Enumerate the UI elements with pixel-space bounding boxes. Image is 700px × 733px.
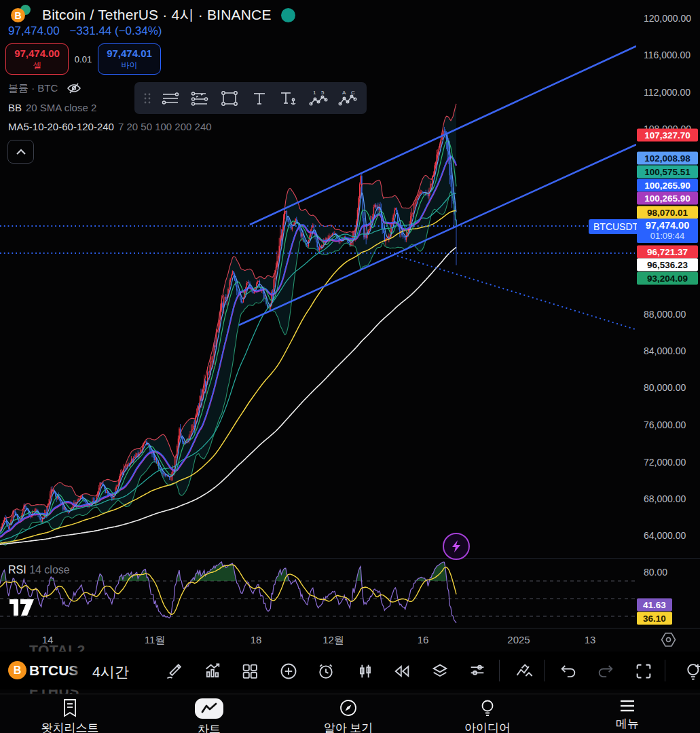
menu-hamburger-icon	[619, 698, 636, 713]
time-axis-label: 13	[585, 634, 596, 645]
rsi-detail: 14 close	[29, 564, 70, 576]
undo-icon[interactable]	[559, 662, 578, 681]
time-axis-label: 11월	[145, 634, 166, 647]
pair-icon: B	[10, 4, 37, 26]
trading-app-screen: B Bitcoin / TetherUS · 4시 · BINANCE 97,4…	[0, 0, 700, 733]
market-status-dot	[281, 8, 295, 22]
price-level-tag: 100,265.90	[637, 179, 698, 192]
drag-handle-icon[interactable]	[139, 85, 155, 112]
axis-tick: 116,000.00	[644, 50, 690, 60]
sell-button[interactable]: 97,474.00 셀	[5, 43, 69, 75]
rectangle-tool-icon[interactable]	[215, 85, 244, 112]
legend-bb-title: BB	[8, 102, 22, 113]
legend-ma-title: MA5-10-20-60-120-240	[8, 121, 114, 132]
price-level-tag: 96,721.37	[637, 246, 698, 259]
tradingview-logo	[10, 599, 34, 617]
spread-value: 0.01	[69, 54, 98, 64]
price-change: −331.44 (−0.34%)	[69, 24, 162, 37]
rsi-title: RSI	[8, 564, 26, 576]
pane-separator[interactable]	[0, 558, 700, 559]
price-level-tag: 96,536.23	[637, 259, 698, 271]
quick-trade-lightning-button[interactable]	[443, 533, 470, 560]
nav-item-watchlist[interactable]: 왓치리스트	[22, 698, 117, 733]
rsi-legend[interactable]: RSI 14 close	[8, 564, 70, 576]
text-tool-icon[interactable]	[244, 85, 274, 112]
axis-settings-hexagon-icon[interactable]	[659, 631, 678, 649]
legend-ma-detail: 7 20 50 100 200 240	[118, 121, 212, 132]
legend-ma-row[interactable]: MA5-10-20-60-120-240 7 20 50 100 200 240	[8, 121, 212, 132]
replay-rewind-icon[interactable]	[392, 662, 411, 681]
symbol-header[interactable]: B Bitcoin / TetherUS · 4시 · BINANCE	[10, 4, 295, 26]
chart-symbol-label: BTCUSDT	[589, 219, 643, 234]
time-axis-label: 16	[418, 634, 429, 645]
redo-icon[interactable]	[596, 662, 615, 681]
chart-toolbar: B BTCUS 4시간	[0, 652, 700, 690]
bar-style-icon[interactable]	[356, 662, 375, 681]
svg-text:A: A	[342, 90, 346, 96]
time-axis[interactable]: 1411월1812월16202513	[0, 628, 700, 652]
price-level-tag: 102,008.98	[637, 152, 698, 165]
trade-buttons: 97,474.00 셀 0.01 97,474.01 바이	[5, 43, 161, 75]
legend-volume-title: 볼륨 · BTC	[8, 82, 58, 95]
nav-item-menu[interactable]: 메뉴	[580, 698, 675, 732]
indicators-icon[interactable]	[203, 662, 222, 681]
btc-logo-icon[interactable]: B	[8, 661, 26, 679]
axis-tick: 64,000.00	[644, 530, 686, 541]
symbol-title[interactable]: Bitcoin / TetherUS · 4시 · BINANCE	[42, 5, 272, 24]
trend-line-tool-icon[interactable]	[185, 85, 215, 112]
nav-label: 아이디어	[464, 720, 511, 733]
nav-label: 알아 보기	[324, 720, 373, 733]
nav-label: 메뉴	[616, 716, 639, 732]
nav-item-ideas[interactable]: 아이디어	[440, 698, 535, 733]
axis-tick: 68,000.00	[644, 493, 686, 504]
lightbulb-icon	[478, 698, 497, 717]
settings-sliders-icon[interactable]	[468, 662, 487, 681]
rsi-pane-chart[interactable]	[0, 558, 636, 628]
sell-label: 셀	[33, 60, 41, 71]
anchored-text-tool-icon[interactable]	[274, 85, 303, 112]
price-level-tag: 100,265.90	[637, 192, 698, 205]
price-row: 97,474.00 −331.44 (−0.34%)	[8, 24, 162, 38]
layout-grid-icon[interactable]	[240, 662, 259, 681]
alert-clock-icon[interactable]	[316, 662, 335, 681]
drawing-toolbar[interactable]: 1 5 A C	[134, 82, 367, 114]
current-price-tag: 97,474.00 01:09:44	[637, 219, 698, 243]
buy-button[interactable]: 97,474.01 바이	[98, 43, 161, 75]
interval-button[interactable]: 4시간	[92, 662, 129, 681]
watchlist-icon	[61, 698, 79, 717]
price-level-tag: 93,204.09	[637, 272, 698, 285]
toolbar-symbol-button[interactable]: BTCUS	[29, 662, 86, 679]
toolbar-separator	[499, 660, 500, 681]
publish-idea-bulb-icon[interactable]	[684, 662, 700, 681]
nav-item-explore[interactable]: 알아 보기	[301, 698, 396, 733]
layers-object-tree-icon[interactable]	[430, 662, 449, 681]
time-axis-label: 2025	[507, 634, 530, 645]
draw-pencil-icon[interactable]	[165, 662, 184, 681]
toolbar-separator	[665, 660, 665, 681]
price-level-tag: 107,327.70	[637, 129, 698, 142]
lightning-icon	[451, 540, 462, 553]
legend-bb-row[interactable]: BB 20 SMA close 2	[8, 102, 96, 113]
pattern-zigzag-icon[interactable]	[515, 662, 534, 681]
abc-pattern-tool-icon[interactable]: A C	[333, 85, 363, 112]
fullscreen-icon[interactable]	[634, 662, 653, 681]
axis-tick: 112,000.00	[644, 87, 690, 98]
buy-price: 97,474.01	[107, 48, 152, 59]
time-axis-label: 12월	[323, 634, 344, 647]
bottom-navigation: 왓치리스트 차트 알아 보기 아이디어 메뉴	[0, 694, 700, 733]
axis-tick: 120,000.00	[644, 13, 691, 24]
axis-tick: 84,000.00	[644, 345, 686, 356]
bar-countdown: 01:09:44	[650, 231, 685, 242]
legend-volume-row[interactable]: 볼륨 · BTC	[8, 80, 82, 96]
nav-label: 왓치리스트	[41, 720, 99, 733]
svg-text:1: 1	[313, 90, 316, 96]
add-plus-icon[interactable]	[279, 662, 298, 681]
price-level-tag: 100,575.51	[637, 166, 698, 178]
legend-collapse-button[interactable]	[7, 140, 34, 164]
eye-slash-icon[interactable]	[66, 80, 82, 96]
nav-item-chart[interactable]: 차트	[162, 698, 257, 733]
parallel-lines-tool-icon[interactable]	[155, 85, 185, 112]
axis-tick: 88,000.00	[644, 309, 686, 320]
chevron-up-icon	[16, 149, 26, 155]
elliott-wave-tool-icon[interactable]: 1 5	[303, 85, 333, 112]
